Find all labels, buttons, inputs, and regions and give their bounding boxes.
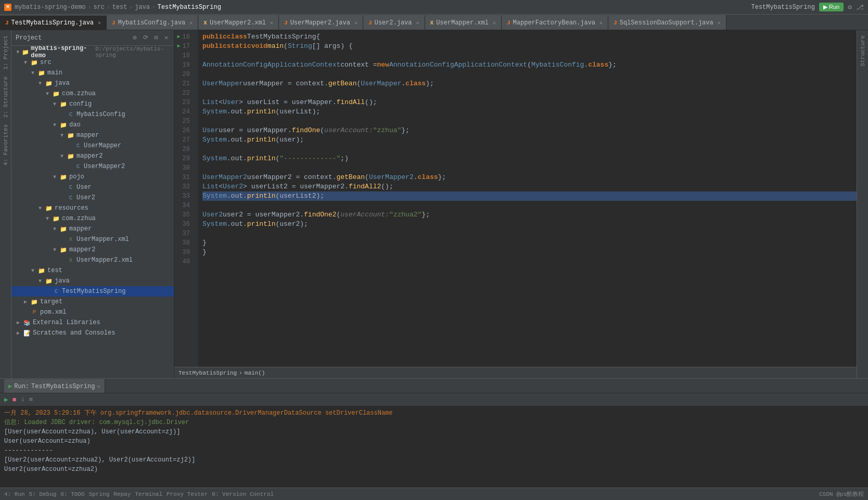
run-tab-btn[interactable]: 4: Run <box>4 491 25 497</box>
tab-close-icon[interactable]: ✕ <box>718 20 721 26</box>
tree-item-icon: 📁 <box>30 59 39 66</box>
tree-item[interactable]: C TestMybatisSpring <box>11 286 174 297</box>
tab-close-icon[interactable]: ✕ <box>98 20 101 26</box>
tab-usermapper2java[interactable]: J UserMapper2.java ✕ <box>279 15 363 30</box>
tree-item[interactable]: ▼ 📁 mapper <box>11 224 174 234</box>
tree-item[interactable]: ▼ 📁 mapper2 <box>11 151 174 161</box>
tree-item[interactable]: C UserMapper <box>11 140 174 151</box>
tree-item-icon: C <box>67 184 75 190</box>
tree-arrow-icon: ▼ <box>37 278 43 284</box>
sidebar-btn-structure[interactable]: 2: Structure <box>2 73 10 121</box>
tree-item[interactable]: X UserMapper.xml <box>11 234 174 245</box>
tree-item[interactable]: ▼ 📁 dao <box>11 120 174 130</box>
close-icon[interactable]: ✕ <box>163 33 170 42</box>
console-line: 信息: Loaded JDBC driver: com.mysql.cj.jdb… <box>4 418 864 427</box>
console-output[interactable]: 一月 28, 2023 5:29:16 下午 org.springframewo… <box>0 406 868 488</box>
tree-item[interactable]: ▼ 📁 com.zzhua <box>11 213 174 224</box>
tree-item-label: mapper2 <box>69 246 95 253</box>
debug-tab-btn[interactable]: 5: Debug <box>29 491 57 497</box>
tree-item[interactable]: ▼ 📁 java <box>11 276 174 286</box>
tree-item-icon: 📁 <box>67 153 75 160</box>
code-content[interactable]: public class TestMybatisSpring { public … <box>198 30 857 367</box>
collapse-icon[interactable]: ⊟ <box>153 33 160 42</box>
tree-item[interactable]: X UserMapper2.xml <box>11 255 174 265</box>
tree-item[interactable]: C User <box>11 182 174 193</box>
scroll-button[interactable]: ⇩ <box>20 395 26 404</box>
tab-usermapper2xml[interactable]: X UserMapper2.xml ✕ <box>198 15 279 30</box>
tab-close-icon[interactable]: ✕ <box>599 20 603 26</box>
tree-arrow-icon: ▼ <box>15 49 20 55</box>
line-number: 18 <box>174 51 194 60</box>
left-sidebar: 1: Project 2: Structure 4: Favorites <box>0 30 11 378</box>
proxy-tab-btn[interactable]: Proxy Tester <box>167 491 208 497</box>
line-number: 28 <box>174 145 194 154</box>
close-icon[interactable]: ✕ <box>97 383 100 390</box>
code-line <box>202 145 857 154</box>
tab-mapperfactorybean[interactable]: J MapperFactoryBean.java ✕ <box>502 15 608 30</box>
tree-item[interactable]: ▼ 📁 src <box>11 57 174 68</box>
tree-arrow-icon: ▼ <box>59 153 65 159</box>
tab-mybatisconfig[interactable]: J MybatisConfig.java ✕ <box>107 15 198 30</box>
code-line <box>202 51 857 60</box>
right-panel: Structure <box>857 30 868 378</box>
tree-item-label: mybatis-spring-demo <box>31 46 92 59</box>
spring-tab-btn[interactable]: Spring <box>89 491 110 497</box>
tree-item[interactable]: C UserMapper2 <box>11 161 174 172</box>
tab-testmybatisspring[interactable]: J TestMybatisSpring.java ✕ <box>0 15 107 30</box>
tree-item[interactable]: ▼ 📁 resources <box>11 203 174 213</box>
tree-item[interactable]: ▼ 📁 com.zzhua <box>11 88 174 99</box>
tree-item[interactable]: ▶ 📚 External Libraries <box>11 317 174 328</box>
filter-button[interactable]: ≡ <box>28 395 34 404</box>
app-icon: M <box>4 4 11 11</box>
tab-close-icon[interactable]: ✕ <box>354 20 358 26</box>
tree-item-icon: C <box>74 143 82 149</box>
tab-close-icon[interactable]: ✕ <box>189 20 193 26</box>
run-button[interactable]: ▶ Run <box>819 3 844 11</box>
tab-user2[interactable]: J User2.java ✕ <box>363 15 425 30</box>
line-number: 40 <box>174 257 194 266</box>
tree-item[interactable]: ▼ 📁 mybatis-spring-demo D:/projects/myba… <box>11 47 174 57</box>
tree-item[interactable]: ▼ 📁 test <box>11 265 174 276</box>
tree-item-label: User <box>76 184 92 191</box>
tree-item[interactable]: C User2 <box>11 193 174 203</box>
stop-button[interactable]: ■ <box>11 395 18 404</box>
tree-arrow-icon: ▼ <box>37 206 43 211</box>
tree-item[interactable]: ▼ 📁 mapper2 <box>11 245 174 255</box>
settings-icon[interactable]: ⚙ <box>131 33 138 42</box>
tree-arrow-icon: ▼ <box>52 101 58 107</box>
line-number: 21 <box>174 79 194 88</box>
line-number: 22 <box>174 88 194 98</box>
todo-tab-btn[interactable]: 6: TODO <box>60 491 84 497</box>
version-control-tab-btn[interactable]: 0: Version Control <box>212 491 274 497</box>
tree-item[interactable]: C MybatisConfig <box>11 109 174 120</box>
java-icon: J <box>284 20 288 26</box>
structure-btn[interactable]: Structure <box>859 32 867 69</box>
terminal-tab-btn[interactable]: Terminal <box>135 491 162 497</box>
tree-item[interactable]: ▼ 📁 config <box>11 99 174 109</box>
git-icon[interactable]: ⎇ <box>856 3 864 11</box>
code-line: System.out.println("-------------";) <box>202 154 857 163</box>
bottom-panel: ▶ Run: TestMybatisSpring ✕ ▶ ■ ⇩ ≡ 一月 28… <box>0 378 868 488</box>
run-tab[interactable]: ▶ Run: TestMybatisSpring ✕ <box>4 379 105 393</box>
sidebar-btn-project[interactable]: 1: Project <box>2 32 10 73</box>
sidebar-btn-favorites[interactable]: 4: Favorites <box>2 121 10 169</box>
tree-item[interactable]: P pom.xml <box>11 307 174 317</box>
tree-item[interactable]: ▼ 📁 mapper <box>11 130 174 140</box>
tab-close-icon[interactable]: ✕ <box>493 20 496 26</box>
repay-tab-btn[interactable]: Repay <box>113 491 131 497</box>
tree-item[interactable]: ▼ 📁 main <box>11 68 174 78</box>
tab-usermapperxml[interactable]: X UserMapper.xml ✕ <box>425 15 502 30</box>
tab-sqlsessiondaosupport[interactable]: J SqlSessionDaoSupport.java ✕ <box>608 15 726 30</box>
settings-icon[interactable]: ⚙ <box>848 3 852 11</box>
tree-item-icon: X <box>67 236 75 242</box>
tree-item[interactable]: ▼ 📁 pojo <box>11 172 174 182</box>
tree-item[interactable]: ▶ 📝 Scratches and Consoles <box>11 328 174 338</box>
tree-item-label: mapper <box>69 225 92 233</box>
tree-item[interactable]: ▶ 📁 target <box>11 297 174 307</box>
tree-item-label: java <box>55 80 70 87</box>
sync-icon[interactable]: ⟳ <box>142 33 150 42</box>
tab-close-icon[interactable]: ✕ <box>270 20 273 26</box>
tab-close-icon[interactable]: ✕ <box>416 20 419 26</box>
play-button[interactable]: ▶ <box>3 395 9 404</box>
tree-item[interactable]: ▼ 📁 java <box>11 78 174 88</box>
